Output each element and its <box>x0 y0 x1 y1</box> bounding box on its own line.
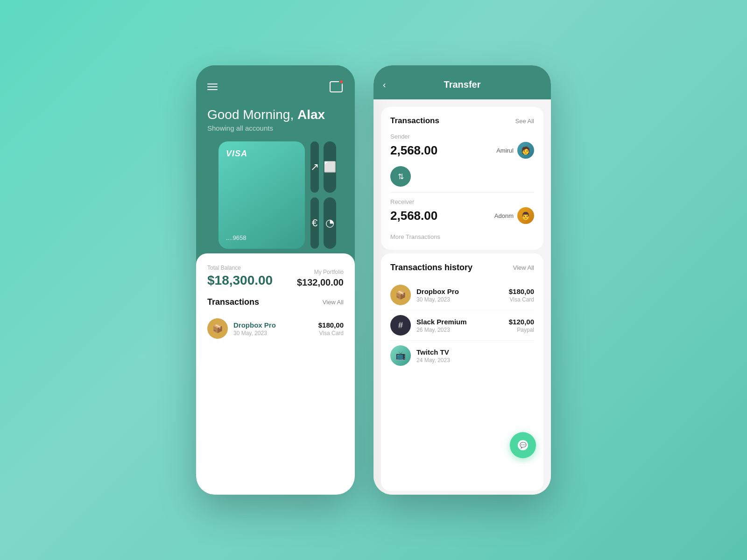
receiver-amount: 2,568.00 <box>390 209 437 223</box>
tx-date: 30 May, 2023 <box>233 330 313 336</box>
visa-logo: VISA <box>226 149 297 159</box>
view-all-link[interactable]: View All <box>323 299 344 306</box>
balance-label: Total Balance <box>207 265 273 271</box>
greeting-block: Good Morning, Alax Showing all accounts <box>207 107 344 132</box>
tx-name: Dropbox Pro <box>233 321 313 329</box>
tx-method: Visa Card <box>318 330 344 336</box>
twitch-name: Twitch TV <box>416 348 534 356</box>
visa-card[interactable]: VISA ....9658 <box>218 141 305 249</box>
sender-row: 2,568.00 Amirul 🧑 <box>390 142 534 159</box>
dropbox-history-icon: 📦 <box>390 285 411 305</box>
portfolio-label: My Portfolio <box>297 269 344 275</box>
slack-info: Slack Premium 26 May, 2023 <box>416 318 503 333</box>
receiver-avatar: 👨 <box>517 207 534 224</box>
twitch-info: Twitch TV 24 May, 2023 <box>416 348 534 364</box>
slack-name: Slack Premium <box>416 318 503 326</box>
top-bar <box>207 79 344 94</box>
history-title: Transactions history <box>390 263 472 273</box>
see-all-link[interactable]: See All <box>515 118 534 125</box>
transactions-header: Transactions View All <box>207 297 344 307</box>
tx-amount: $180,00 Visa Card <box>318 321 344 336</box>
twitch-history-icon: 📺 <box>390 345 411 366</box>
receiver-section: Receiver 2,568.00 Adonm 👨 <box>390 198 534 224</box>
dropbox-info: Dropbox Pro 30 May, 2023 <box>416 287 503 303</box>
euro-button[interactable]: € <box>310 197 319 249</box>
card-area: VISA ....9658 ↗ ⬜ € ◔ <box>207 134 344 249</box>
more-transactions-link[interactable]: More Transactions <box>390 231 534 240</box>
history-item-dropbox: 📦 Dropbox Pro 30 May, 2023 $180,00 Visa … <box>390 280 534 310</box>
slack-date: 26 May, 2023 <box>416 327 503 333</box>
left-phone-bottom: Total Balance $18,300.00 My Portfolio $1… <box>196 253 355 495</box>
left-phone-header-area: Good Morning, Alax Showing all accounts … <box>196 65 355 258</box>
portfolio-amount: $132,00.00 <box>297 277 344 288</box>
slack-amount: $120,00 Paypal <box>509 318 534 333</box>
menu-icon[interactable] <box>207 84 218 90</box>
greeting-text: Good Morning, Alax <box>207 107 344 122</box>
sender-info: Amirul 🧑 <box>496 142 534 159</box>
apple-pay-label: Apple Pay <box>514 462 532 467</box>
receiver-row: 2,568.00 Adonm 👨 <box>390 207 534 224</box>
tx-card-title: Transactions <box>390 116 439 126</box>
right-phone-header: ‹ Transfer <box>374 65 551 99</box>
left-phone: Good Morning, Alax Showing all accounts … <box>196 65 355 495</box>
slack-method: Paypal <box>509 327 534 333</box>
swap-button[interactable]: ⇅ <box>390 166 411 187</box>
right-phone: ‹ Transfer Transactions See All Sender 2… <box>374 65 551 495</box>
send-button[interactable]: ↗ <box>310 141 319 193</box>
receiver-info: Adonm 👨 <box>494 207 534 224</box>
portfolio-block: My Portfolio $132,00.00 <box>297 269 344 288</box>
dropbox-icon: 📦 <box>207 318 228 339</box>
slack-value: $120,00 <box>509 318 534 326</box>
balance-amount: $18,300.00 <box>207 273 273 288</box>
sender-avatar: 🧑 <box>517 142 534 159</box>
chart-button[interactable]: ◔ <box>324 197 336 249</box>
dropbox-method: Visa Card <box>509 296 534 303</box>
apple-pay-icon <box>518 440 528 450</box>
action-buttons: ↗ ⬜ € ◔ <box>310 141 336 249</box>
dropbox-date: 30 May, 2023 <box>416 296 503 303</box>
dropbox-name: Dropbox Pro <box>416 287 503 295</box>
twitch-date: 24 May, 2023 <box>416 357 534 364</box>
sender-section: Sender 2,568.00 Amirul 🧑 <box>390 133 534 159</box>
right-phone-body: Transactions See All Sender 2,568.00 Ami… <box>374 99 551 495</box>
receiver-name: Adonm <box>494 212 514 219</box>
back-button[interactable]: ‹ <box>383 79 386 90</box>
transactions-card: Transactions See All Sender 2,568.00 Ami… <box>381 107 543 250</box>
tx-info: Dropbox Pro 30 May, 2023 <box>233 321 313 336</box>
sender-amount: 2,568.00 <box>390 143 437 158</box>
transactions-title: Transactions <box>207 297 259 307</box>
history-header: Transactions history View All <box>390 263 534 273</box>
dropbox-value: $180,00 <box>509 287 534 295</box>
dropbox-amount: $180,00 Visa Card <box>509 287 534 303</box>
transaction-item: 📦 Dropbox Pro 30 May, 2023 $180,00 Visa … <box>207 315 344 343</box>
history-view-all[interactable]: View All <box>513 264 534 271</box>
slack-history-icon: # <box>390 315 411 336</box>
apple-pay-button[interactable]: Apple Pay <box>510 432 536 458</box>
history-item-slack: # Slack Premium 26 May, 2023 $120,00 Pay… <box>390 310 534 340</box>
sender-name: Amirul <box>496 147 514 154</box>
receiver-label: Receiver <box>390 198 534 205</box>
subtext: Showing all accounts <box>207 124 344 132</box>
page-title: Transfer <box>444 79 481 90</box>
history-item-twitch: 📺 Twitch TV 24 May, 2023 <box>390 340 534 371</box>
transactions-card-header: Transactions See All <box>390 116 534 126</box>
card-number: ....9658 <box>226 234 297 241</box>
total-balance-block: Total Balance $18,300.00 <box>207 265 273 288</box>
wallet-button[interactable]: ⬜ <box>324 141 336 193</box>
balance-row: Total Balance $18,300.00 My Portfolio $1… <box>207 265 344 288</box>
history-card: Transactions history View All 📦 Dropbox … <box>381 253 543 491</box>
notification-icon[interactable] <box>329 79 344 94</box>
tx-value: $180,00 <box>318 321 344 329</box>
sender-label: Sender <box>390 133 534 140</box>
phones-container: Good Morning, Alax Showing all accounts … <box>196 65 551 495</box>
divider <box>390 192 534 193</box>
